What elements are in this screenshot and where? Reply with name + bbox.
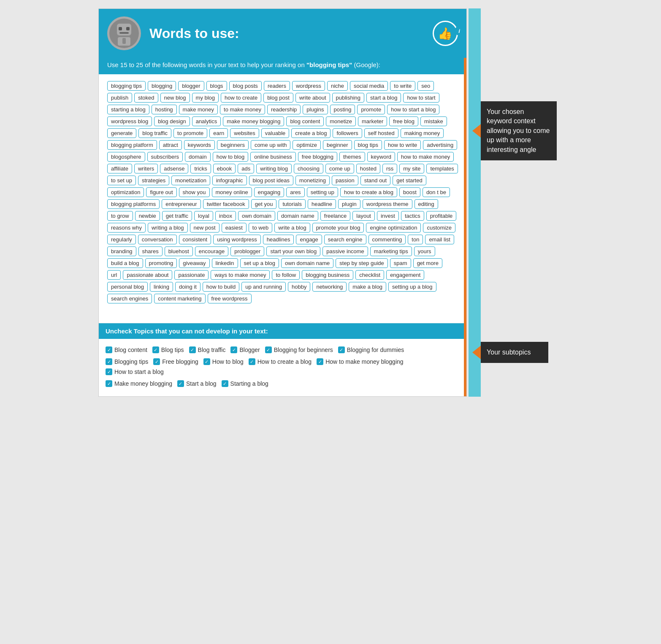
word-tag: blog post ideas xyxy=(249,176,293,185)
topic-item[interactable]: ✓How to create a blog xyxy=(249,358,312,365)
word-tag: doing it xyxy=(175,282,200,292)
topic-item[interactable]: ✓Blog content xyxy=(106,346,147,353)
info-icon[interactable]: i xyxy=(455,26,464,35)
word-tag: blogging business xyxy=(302,270,353,280)
word-tag: optimize xyxy=(293,140,320,150)
word-tag: valuable xyxy=(261,128,289,138)
word-tag: hobby xyxy=(288,282,310,292)
topic-checkbox[interactable]: ✓ xyxy=(189,346,196,353)
word-tag: promote your blog xyxy=(312,223,364,233)
word-tag: seo xyxy=(417,81,434,91)
word-tag: regularly xyxy=(107,235,136,244)
topic-item[interactable]: ✓Blogging tips xyxy=(106,358,148,365)
topic-checkbox[interactable]: ✓ xyxy=(249,358,255,365)
word-tag: how to start xyxy=(403,93,439,103)
word-tag: posting xyxy=(330,105,355,114)
word-tag: customize xyxy=(423,223,455,233)
topic-item[interactable]: ✓How to make money blogging xyxy=(317,358,403,365)
topic-checkbox[interactable]: ✓ xyxy=(230,346,237,353)
topic-label: Start a blog xyxy=(186,380,217,387)
word-tag: hosting xyxy=(152,105,177,114)
word-tag: headlines xyxy=(263,235,294,244)
word-tag: new post xyxy=(190,223,219,233)
word-tag: make a blog xyxy=(349,282,386,292)
word-tag: stand out xyxy=(360,176,391,185)
words-grid: blogging tipsbloggingbloggerblogsblog po… xyxy=(107,81,458,303)
word-tag: templates xyxy=(426,164,458,173)
word-tag: infographic xyxy=(212,176,247,185)
word-tag: step by step guide xyxy=(336,258,388,268)
word-tag: get traffic xyxy=(162,211,192,221)
topic-item[interactable]: ✓Start a blog xyxy=(177,380,217,387)
word-tag: get you xyxy=(251,199,277,209)
topic-item[interactable]: ✓How to blog xyxy=(203,358,244,365)
word-tag: blogging tips xyxy=(107,81,146,91)
topics-section: Uncheck Topics that you can not develop … xyxy=(99,323,466,396)
word-tag: how to make money xyxy=(397,152,454,162)
word-tag: blog design xyxy=(154,116,190,126)
topic-checkbox[interactable]: ✓ xyxy=(106,368,112,375)
word-tag: yours xyxy=(414,246,435,256)
word-tag: beginners xyxy=(217,140,249,150)
word-tag: readers xyxy=(264,81,290,91)
word-tag: how to blog xyxy=(213,152,249,162)
word-tag: tactics xyxy=(401,211,424,221)
word-tag: blog posts xyxy=(229,81,262,91)
topic-checkbox[interactable]: ✓ xyxy=(222,380,228,387)
word-tag: loyal xyxy=(194,211,213,221)
word-tag: promoting xyxy=(145,258,177,268)
word-tag: blog post xyxy=(263,93,293,103)
topic-checkbox[interactable]: ✓ xyxy=(152,346,159,353)
topic-item[interactable]: ✓How to start a blog xyxy=(106,368,164,375)
topic-checkbox[interactable]: ✓ xyxy=(153,358,160,365)
page-title: Words to use: xyxy=(149,26,239,41)
word-tag: figure out xyxy=(146,187,176,197)
topic-item[interactable]: ✓Starting a blog xyxy=(222,380,268,387)
topic-checkbox[interactable]: ✓ xyxy=(317,358,323,365)
word-tag: get more xyxy=(413,258,442,268)
word-tag: how to start a blog xyxy=(387,105,439,114)
topic-item[interactable]: ✓Blog traffic xyxy=(189,346,226,353)
word-tag: websites xyxy=(230,128,259,138)
topic-checkbox[interactable]: ✓ xyxy=(177,380,184,387)
word-tag: keywords xyxy=(184,140,215,150)
word-tag: free wordpress xyxy=(208,294,252,303)
topic-label: How to create a blog xyxy=(257,358,312,365)
word-tag: blogging platforms xyxy=(107,199,160,209)
topic-item[interactable]: ✓Blogger xyxy=(230,346,260,353)
word-tag: stoked xyxy=(134,93,158,103)
topic-row: ✓Make money blogging✓Start a blog✓Starti… xyxy=(106,379,460,389)
word-tag: blog traffic xyxy=(138,128,171,138)
word-tag: commenting xyxy=(368,235,406,244)
word-tag: wordpress theme xyxy=(363,199,412,209)
topic-item[interactable]: ✓Blogging for beginners xyxy=(265,346,333,353)
word-tag: tutorials xyxy=(279,199,306,209)
topic-checkbox[interactable]: ✓ xyxy=(338,346,345,353)
topic-checkbox[interactable]: ✓ xyxy=(265,346,272,353)
topic-item[interactable]: ✓Make money blogging xyxy=(106,380,172,387)
word-tag: set up a blog xyxy=(240,258,279,268)
topic-checkbox[interactable]: ✓ xyxy=(106,346,112,353)
word-tag: money online xyxy=(212,187,252,197)
topic-checkbox[interactable]: ✓ xyxy=(106,380,112,387)
word-tag: attract xyxy=(159,140,182,150)
word-tag: marketer xyxy=(358,116,387,126)
word-tag: ads xyxy=(238,164,254,173)
topic-item[interactable]: ✓Free blogging xyxy=(153,358,198,365)
word-tag: content marketing xyxy=(154,294,205,303)
avatar xyxy=(107,16,141,50)
word-tag: inbox xyxy=(215,211,236,221)
topic-item[interactable]: ✓Blogging for dummies xyxy=(338,346,404,353)
topic-checkbox[interactable]: ✓ xyxy=(106,358,112,365)
word-tag: to web xyxy=(249,223,272,233)
word-tag: earn xyxy=(209,128,228,138)
word-tag: linkedin xyxy=(212,258,238,268)
word-tag: domain xyxy=(185,152,211,162)
word-tag: passion xyxy=(332,176,358,185)
word-tag: generate xyxy=(107,128,136,138)
topic-item[interactable]: ✓Blog tips xyxy=(152,346,184,353)
word-tag: blog tips xyxy=(354,140,382,150)
topic-checkbox[interactable]: ✓ xyxy=(203,358,210,365)
svg-rect-4 xyxy=(119,32,129,34)
word-tag: affiliate xyxy=(107,164,132,173)
